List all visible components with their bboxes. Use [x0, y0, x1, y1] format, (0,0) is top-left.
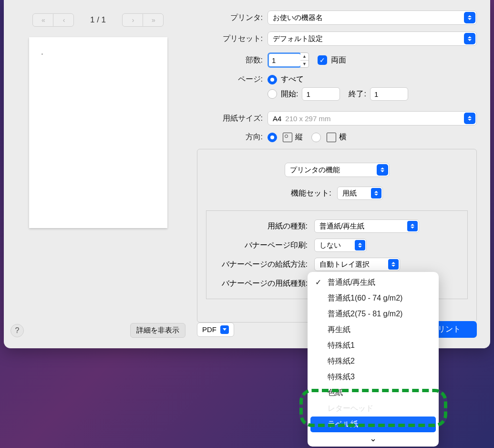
portrait-radio[interactable]: [268, 133, 277, 142]
copies-input[interactable]: [268, 52, 302, 68]
landscape-radio[interactable]: [311, 133, 321, 142]
orientation-label: 方向:: [197, 132, 268, 142]
chevron-up-down-icon: [355, 240, 365, 250]
chevron-up-down-icon: [377, 164, 388, 176]
last-page-button[interactable]: »: [143, 13, 164, 27]
preview-pane: « ‹ 1 / 1 › » ? 詳細を非表示: [4, 0, 192, 348]
preset-select[interactable]: デフォルト設定: [268, 31, 477, 46]
help-button[interactable]: ?: [10, 324, 24, 337]
page-indicator: 1 / 1: [90, 15, 106, 25]
landscape-label: 横: [339, 132, 347, 142]
landscape-icon: [327, 133, 336, 142]
copies-stepper[interactable]: ▲▼: [300, 52, 309, 68]
banner-tray-label: バナーページの給紙方法:: [215, 260, 314, 270]
menu-item[interactable]: 普通紙/再生紙: [308, 275, 439, 291]
menu-item[interactable]: 普通紙2(75 - 81 g/m2): [308, 306, 439, 322]
chevron-up-down-icon: [464, 113, 475, 124]
chevron-up-down-icon: [464, 12, 475, 23]
menu-item[interactable]: 特殊紙3: [308, 369, 439, 385]
menu-item[interactable]: 特殊紙1: [308, 338, 439, 354]
banner-print-label: バナーページ印刷:: [215, 240, 314, 250]
banner-paper-label: バナーページの用紙種類:: [215, 279, 314, 289]
to-label: 終了:: [349, 89, 366, 99]
stepper-up-icon: ▲: [300, 53, 309, 61]
feature-set-label: 機能セット:: [291, 188, 331, 198]
panel-select[interactable]: プリンタの機能: [285, 163, 390, 177]
prev-page-button[interactable]: ‹: [53, 13, 74, 27]
stepper-down-icon: ▼: [300, 61, 309, 68]
chevron-down-icon: [220, 325, 229, 334]
pages-range-radio[interactable]: [268, 89, 277, 99]
menu-item-selected[interactable]: ラベル紙: [310, 417, 436, 432]
menu-item[interactable]: 特殊紙2: [308, 354, 439, 369]
menu-item[interactable]: 再生紙: [308, 322, 439, 338]
chevron-up-down-icon: [388, 259, 399, 270]
banner-tray-select[interactable]: 自動トレイ選択: [314, 258, 400, 271]
from-input[interactable]: [302, 87, 340, 101]
pages-all-radio[interactable]: [268, 75, 277, 84]
chevron-up-down-icon: [464, 33, 475, 44]
banner-paper-menu[interactable]: 普通紙/再生紙 普通紙1(60 - 74 g/m2) 普通紙2(75 - 81 …: [308, 272, 439, 447]
portrait-label: 縦: [295, 132, 303, 142]
portrait-icon: [283, 133, 292, 142]
duplex-checkbox[interactable]: ✓: [318, 55, 327, 65]
next-page-button[interactable]: ›: [122, 13, 143, 27]
menu-item[interactable]: 色紙: [308, 385, 439, 401]
menu-item[interactable]: 普通紙1(60 - 74 g/m2): [308, 291, 439, 306]
duplex-label: 両面: [331, 55, 346, 65]
hide-details-button[interactable]: 詳細を非表示: [130, 323, 185, 338]
paper-size-label: 用紙サイズ:: [197, 114, 268, 124]
paper-size-select[interactable]: A4 210 x 297 mm: [268, 111, 477, 125]
menu-scroll-down-icon[interactable]: ⌄: [308, 432, 439, 444]
paper-type-label: 用紙の種類:: [215, 221, 314, 231]
banner-print-select[interactable]: しない: [314, 239, 367, 252]
feature-set-select[interactable]: 用紙: [337, 187, 383, 200]
pages-label: ページ:: [197, 74, 268, 84]
pdf-button[interactable]: PDF: [197, 323, 234, 337]
to-input[interactable]: [370, 87, 408, 101]
printer-select[interactable]: お使いの機器名: [268, 10, 477, 25]
printer-label: プリンタ:: [197, 13, 268, 23]
paper-type-select[interactable]: 普通紙/再生紙: [314, 219, 419, 233]
menu-item[interactable]: レターヘッド: [308, 401, 439, 417]
preset-label: プリセット:: [197, 34, 268, 44]
chevron-up-down-icon: [371, 188, 381, 198]
chevron-up-down-icon: [407, 221, 418, 231]
copies-label: 部数:: [197, 55, 268, 65]
from-label: 開始:: [281, 89, 298, 99]
pages-all-label: すべて: [281, 74, 304, 84]
first-page-button[interactable]: «: [32, 13, 53, 27]
preview-nav: « ‹ 1 / 1 › »: [10, 10, 185, 31]
page-preview: [29, 37, 167, 228]
